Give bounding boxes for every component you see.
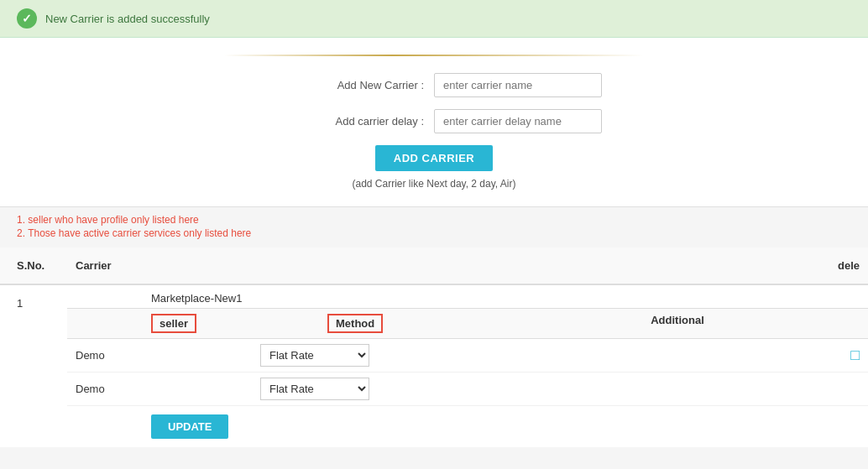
delete-icon-1[interactable]: □: [850, 347, 860, 363]
row-seller-2: Demo: [67, 383, 252, 395]
sub-th-additional: Additional: [487, 309, 868, 338]
update-button[interactable]: UPDATE: [151, 414, 228, 439]
success-message: New Carrier is added successfully: [45, 13, 210, 25]
carrier-delay-row: Add carrier delay :: [0, 109, 868, 133]
sub-header: seller Method Additional: [67, 308, 868, 339]
note-1: 1. seller who have profile only listed h…: [17, 214, 851, 226]
sub-th-method: Method: [319, 309, 487, 338]
row-method-2: Flat Rate Fixed Per Item: [252, 378, 420, 400]
main-content: Add New Carrier : Add carrier delay : AD…: [0, 38, 868, 469]
carrier-row-1: 1 Marketplace-New1 seller Method Additio…: [0, 285, 868, 447]
table-section: S.No. Carrier dele 1 Marketplace-New1 se…: [0, 248, 868, 447]
sub-th-seller: seller: [67, 309, 319, 338]
table-header: S.No. Carrier dele: [0, 248, 868, 285]
data-row-1: Demo Flat Rate Fixed Per Item □: [67, 339, 868, 373]
th-sno: S.No.: [0, 254, 67, 277]
carrier-content-1: Marketplace-New1 seller Method Additiona…: [67, 285, 868, 447]
method-select-1[interactable]: Flat Rate Fixed Per Item: [260, 344, 369, 367]
sub-header-seller-label: seller: [151, 314, 196, 333]
row-delete-1: □: [818, 347, 868, 364]
note-2: 2. Those have active carrier services on…: [17, 227, 851, 239]
golden-line-divider: [224, 55, 644, 56]
new-carrier-input[interactable]: [434, 73, 602, 97]
success-icon: ✓: [17, 8, 37, 29]
carrier-name-1: Marketplace-New1: [67, 285, 868, 308]
carrier-delay-input[interactable]: [434, 109, 602, 133]
form-section: Add New Carrier : Add carrier delay : AD…: [0, 38, 868, 207]
new-carrier-row: Add New Carrier :: [0, 73, 868, 97]
th-carrier: Carrier: [67, 254, 818, 277]
new-carrier-label: Add New Carrier :: [266, 79, 434, 91]
th-dele: dele: [818, 254, 868, 277]
notes-section: 1. seller who have profile only listed h…: [0, 207, 868, 248]
method-select-2[interactable]: Flat Rate Fixed Per Item: [260, 378, 369, 400]
row-seller-1: Demo: [67, 349, 252, 362]
row-method-1: Flat Rate Fixed Per Item: [252, 344, 420, 367]
sub-header-method-label: Method: [327, 314, 383, 333]
add-carrier-button[interactable]: ADD CARRIER: [375, 145, 494, 171]
carrier-delay-label: Add carrier delay :: [266, 115, 434, 128]
form-hint: (add Carrier like Next day, 2 day, Air): [0, 178, 868, 190]
carrier-sno-1: 1: [0, 285, 67, 321]
page-wrapper: ✓ New Carrier is added successfully Add …: [0, 0, 868, 469]
success-banner: ✓ New Carrier is added successfully: [0, 0, 868, 38]
data-row-2: Demo Flat Rate Fixed Per Item: [67, 373, 868, 406]
